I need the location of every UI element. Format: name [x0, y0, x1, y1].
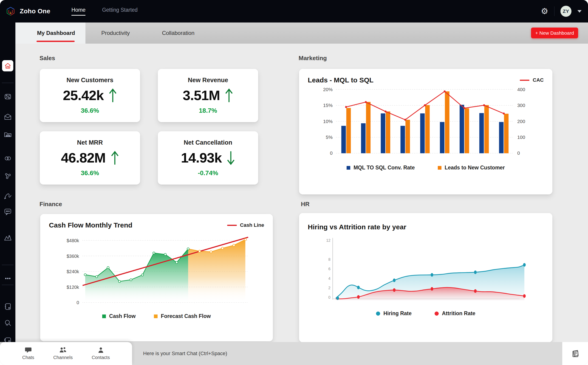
chat-icon [3, 207, 12, 216]
avatar[interactable]: ZY [560, 6, 572, 17]
red-dot-swatch [435, 311, 439, 316]
sidebar-item-crm-plus[interactable] [0, 154, 15, 163]
cash-flow-chart: $480k$360k$240k$120k0 [48, 231, 265, 311]
links-icon [3, 154, 12, 163]
cash-line-swatch [227, 225, 237, 226]
chart-legend: MQL TO SQL Conv. Rate Leads to New Custo… [307, 162, 545, 174]
top-navigation: Home Getting Started [71, 7, 138, 16]
analytics-icon [3, 233, 12, 242]
chart-title: Hiring vs Attrition rate by year [308, 223, 406, 231]
cac-line-swatch [520, 80, 529, 81]
smart-chat-input[interactable]: Here is your Smart Chat (Ctrl+Space) [132, 342, 562, 365]
chat-bubble-icon [25, 347, 32, 353]
svg-text:$120k: $120k [67, 285, 79, 290]
dashboard-tabstrip: My Dashboard Productivity Collaboration … [15, 22, 588, 44]
sidebar-item-crm[interactable] [0, 92, 15, 101]
kpi-value: 14.93k [181, 150, 222, 166]
crm-disc-icon [3, 92, 12, 101]
bottom-tab-channels[interactable]: Channels [53, 347, 73, 360]
svg-text:0: 0 [517, 150, 520, 156]
mql-to-sql-chart: 20%40015%30010%2005%10000 [307, 85, 545, 162]
kpi-change: 18.7% [199, 107, 217, 114]
kpi-value: 3.51M [183, 87, 220, 103]
sidebar-item-home[interactable] [2, 60, 13, 71]
teal-dot-swatch [376, 311, 380, 316]
sidebar-item-analytics[interactable] [0, 233, 15, 242]
kpi-title: New Customers [66, 77, 113, 84]
svg-text:$360k: $360k [67, 254, 79, 259]
chart-legend: Cash Flow Forecast Cash Flow [48, 311, 265, 322]
chart-top-legend: Cash Line [227, 222, 264, 228]
svg-text:400: 400 [517, 87, 525, 92]
sidebar [0, 22, 15, 342]
bottom-tab-contacts[interactable]: Contacts [92, 347, 110, 360]
kpi-card-net-mrr: Net MRR 46.82M 36.6% [40, 131, 140, 185]
people-icon [59, 347, 67, 353]
chart-title: Cash Flow Monthly Trend [49, 221, 132, 229]
svg-text:200: 200 [517, 119, 525, 124]
sidebar-item-journal[interactable] [0, 302, 15, 311]
sidebar-item-connect[interactable] [0, 172, 15, 180]
svg-text:0: 0 [328, 295, 330, 299]
tab-collaboration[interactable]: Collaboration [156, 22, 200, 44]
svg-text:0: 0 [77, 300, 79, 305]
sidebar-item-mail[interactable] [0, 112, 15, 121]
zoho-one-logo-icon[interactable] [6, 5, 16, 17]
trend-down-arrow-icon [227, 150, 235, 166]
sidebar-divider [2, 83, 14, 83]
kpi-card-new-revenue: New Revenue 3.51M 18.7% [158, 69, 258, 122]
sidebar-item-workdrive[interactable] [0, 130, 15, 139]
topbar-right: ⚙ ZY [541, 6, 581, 17]
kpi-title: New Revenue [188, 77, 228, 84]
brand-title: Zoho One [20, 7, 50, 15]
sidebar-item-search[interactable] [0, 319, 15, 327]
sign-icon [3, 191, 12, 199]
smart-chat-placeholder: Here is your Smart Chat (Ctrl+Space) [143, 351, 227, 357]
blue-square-swatch [347, 166, 350, 170]
new-dashboard-button[interactable]: + New Dashboard [531, 28, 578, 38]
trend-up-arrow-icon [111, 150, 119, 166]
svg-text:300: 300 [517, 103, 525, 108]
person-icon [98, 347, 104, 353]
section-label-marketing: Marketing [299, 55, 327, 62]
kpi-change: -0.74% [198, 169, 218, 177]
bottombar: Chats Channels Contacts Here is your Sma… [0, 342, 588, 365]
svg-text:0: 0 [330, 150, 333, 156]
chart-legend: Hiring Rate Attrition Rate [307, 308, 545, 319]
chevron-down-icon[interactable] [577, 10, 581, 13]
nav-getting-started[interactable]: Getting Started [102, 7, 138, 16]
notes-icon [570, 349, 580, 358]
more-dots-icon [3, 274, 12, 283]
kpi-value: 46.82M [61, 150, 106, 166]
sidebar-item-sign[interactable] [0, 191, 15, 199]
kpi-title: Net Cancellation [184, 139, 233, 146]
kpi-card-new-customers: New Customers 25.42k 36.6% [40, 69, 140, 122]
section-label-hr: HR [301, 201, 310, 208]
smart-chat-tabs-panel: Chats Channels Contacts [0, 342, 132, 365]
trend-up-arrow-icon [225, 88, 233, 103]
sidebar-item-more[interactable] [0, 274, 15, 283]
active-tab-underline [36, 41, 75, 42]
svg-text:2: 2 [328, 286, 330, 290]
folder-team-icon [3, 130, 12, 139]
notes-button[interactable] [562, 342, 588, 365]
bottom-tab-chats[interactable]: Chats [22, 347, 34, 360]
zoho-one-app: Zoho One Home Getting Started ⚙ ZY [0, 0, 588, 365]
svg-text:12: 12 [326, 238, 330, 242]
mail-icon [3, 112, 12, 121]
kpi-title: Net MRR [77, 139, 103, 146]
kpi-change: 36.6% [81, 169, 99, 177]
section-label-finance: Finance [40, 201, 62, 208]
tab-productivity[interactable]: Productivity [95, 22, 136, 44]
svg-text:20%: 20% [323, 87, 333, 92]
svg-text:10%: 10% [323, 119, 333, 124]
svg-text:15%: 15% [323, 103, 333, 108]
gear-icon[interactable]: ⚙ [541, 7, 548, 15]
sidebar-item-cliq[interactable] [0, 207, 15, 216]
hiring-attrition-chart: 1286420 [307, 232, 545, 308]
kpi-value: 25.42k [63, 87, 104, 103]
nav-home[interactable]: Home [71, 7, 85, 16]
trend-up-arrow-icon [109, 88, 117, 103]
svg-text:8: 8 [328, 257, 330, 261]
svg-text:5%: 5% [326, 134, 333, 140]
